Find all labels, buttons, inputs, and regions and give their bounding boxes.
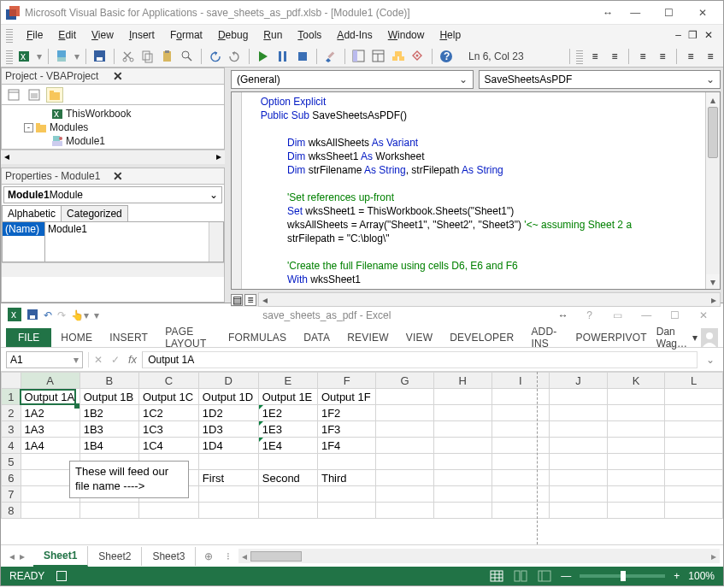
reset-icon[interactable]	[295, 49, 310, 64]
code-margin[interactable]	[232, 92, 242, 289]
cell-I8[interactable]	[491, 503, 550, 519]
cell-G8[interactable]	[376, 503, 434, 519]
tree-hscrollbar[interactable]: ◂▸	[1, 150, 225, 164]
zoom-slider[interactable]	[580, 574, 665, 578]
close-button[interactable]: ✕	[687, 3, 718, 22]
undo-icon[interactable]	[208, 49, 223, 64]
menu-insert[interactable]: Insert	[122, 27, 162, 43]
cell-L5[interactable]	[665, 454, 723, 470]
page-break-view-icon[interactable]	[537, 570, 552, 582]
cell-D4[interactable]: 1D4	[198, 438, 258, 454]
view-excel-icon[interactable]: x	[17, 49, 32, 64]
find-icon[interactable]	[180, 49, 195, 64]
code-editor[interactable]: Option Explicit Public Sub SaveSheetsAsP…	[231, 91, 721, 290]
qat-redo-icon[interactable]: ↷	[57, 309, 66, 321]
cell-E8[interactable]	[258, 503, 317, 519]
code-hscrollbar[interactable]: ◂▸	[258, 292, 721, 307]
close-icon[interactable]: ✕	[109, 169, 221, 183]
sheet-nav-first-icon[interactable]: ◂	[9, 550, 15, 562]
project-explorer-icon[interactable]	[351, 49, 367, 64]
normal-view-icon[interactable]	[489, 570, 504, 582]
menu-view[interactable]: View	[85, 27, 121, 43]
cell-B1[interactable]: Output 1B	[79, 389, 138, 405]
cell-G3[interactable]	[376, 421, 434, 438]
cell-K6[interactable]	[607, 470, 665, 486]
cell-E6[interactable]: Second	[258, 470, 317, 486]
procedure-combo[interactable]: SaveSheetsAsPDF ⌄	[479, 70, 721, 89]
qat-save-icon[interactable]	[26, 309, 38, 323]
cell-A1[interactable]: Output 1A	[21, 389, 79, 405]
folder-toggle-icon[interactable]	[46, 87, 63, 103]
cell-F2[interactable]: 1F2	[317, 405, 375, 421]
chevron-down-icon[interactable]: ▾	[74, 354, 79, 366]
code-vscrollbar[interactable]: ▴ ▾	[705, 92, 720, 289]
cell-D7[interactable]	[198, 486, 258, 503]
menu-edit[interactable]: Edit	[51, 27, 83, 43]
page-layout-view-icon[interactable]	[513, 570, 528, 582]
cell-D8[interactable]	[198, 503, 258, 519]
project-tree[interactable]: x ThisWorkbook - Modules Module1	[1, 105, 225, 150]
properties-vscrollbar[interactable]	[209, 222, 223, 262]
zoom-level[interactable]: 100%	[688, 570, 715, 582]
fill-handle[interactable]	[74, 403, 79, 409]
cell-K7[interactable]	[607, 486, 665, 503]
sheet-tab-2[interactable]: Sheet2	[88, 547, 142, 566]
bookmark-icon[interactable]: ≡	[683, 49, 698, 64]
col-header-B[interactable]: B	[79, 373, 138, 389]
cell-C4[interactable]: 1C4	[138, 438, 198, 454]
save-icon[interactable]	[92, 49, 108, 64]
cell-A4[interactable]: 1A4	[21, 438, 79, 454]
cell-J6[interactable]	[550, 470, 608, 486]
sheet-tab-3[interactable]: Sheet3	[142, 547, 196, 566]
properties-object-combo[interactable]: Module1 Module ⌄	[3, 186, 222, 203]
cell-F5[interactable]	[317, 454, 375, 470]
cell-H6[interactable]	[433, 470, 491, 486]
cell-H2[interactable]	[433, 405, 491, 421]
tree-item-module1[interactable]: Module1	[2, 134, 224, 148]
properties-grid[interactable]: (Name) Module1	[2, 221, 224, 262]
tab-file[interactable]: FILE	[6, 328, 51, 347]
cell-C3[interactable]: 1C3	[138, 421, 198, 438]
cell-K8[interactable]	[607, 503, 665, 519]
row-header-2[interactable]: 2	[2, 405, 21, 421]
double-arrow-icon[interactable]: ↔	[596, 7, 620, 19]
tab-insert[interactable]: INSERT	[102, 328, 156, 347]
qat-touch-mode-icon[interactable]: 👆▾	[71, 309, 89, 321]
macro-record-icon[interactable]	[56, 571, 67, 581]
row-header-6[interactable]: 6	[2, 470, 21, 486]
break-icon[interactable]	[275, 49, 291, 64]
tree-item-modules[interactable]: - Modules	[2, 121, 224, 134]
cell-I7[interactable]	[491, 486, 550, 503]
insert-module-icon[interactable]	[55, 49, 70, 64]
cell-H4[interactable]	[433, 438, 491, 454]
cell-L2[interactable]	[665, 405, 723, 421]
scroll-down-icon[interactable]: ▾	[706, 274, 720, 289]
cell-D3[interactable]: 1D3	[198, 421, 258, 438]
cell-K3[interactable]	[607, 421, 665, 438]
cell-I2[interactable]	[491, 405, 550, 421]
cell-J2[interactable]	[550, 405, 608, 421]
minimize-button[interactable]: —	[633, 309, 659, 321]
full-module-view-icon[interactable]: ≡	[244, 294, 256, 306]
cell-E5[interactable]	[258, 454, 317, 470]
cell-C8[interactable]	[138, 503, 198, 519]
zoom-in-button[interactable]: +	[674, 570, 680, 582]
properties-window-icon[interactable]	[371, 49, 386, 64]
sheet-hscrollbar[interactable]: ◂ ▸	[238, 549, 720, 563]
toolbar-gripper-icon[interactable]	[6, 49, 13, 64]
cell-J8[interactable]	[550, 503, 608, 519]
cell-H8[interactable]	[433, 503, 491, 519]
tree-item-thisworkbook[interactable]: x ThisWorkbook	[2, 107, 224, 121]
row-header-1[interactable]: 1	[2, 389, 21, 405]
cell-J4[interactable]	[550, 438, 608, 454]
new-sheet-button[interactable]: ⊕	[196, 547, 221, 566]
comment-icon[interactable]: ≡	[635, 49, 650, 64]
cell-G1[interactable]	[376, 389, 434, 405]
cell-D1[interactable]: Output 1D	[198, 389, 258, 405]
cell-A8[interactable]	[21, 503, 79, 519]
zoom-out-button[interactable]: —	[561, 570, 571, 582]
tab-data[interactable]: DATA	[296, 328, 338, 347]
cell-J3[interactable]	[550, 421, 608, 438]
chevron-down-icon[interactable]: ⌄	[459, 74, 468, 85]
scrollbar-thumb[interactable]	[708, 107, 718, 158]
